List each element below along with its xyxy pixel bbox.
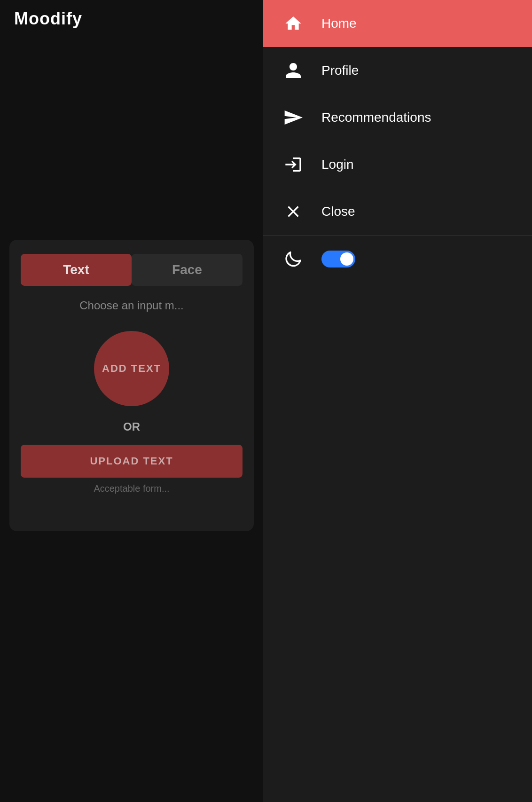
app-title: Moodify: [14, 9, 82, 29]
dark-mode-row: [263, 236, 532, 283]
nav-item-login[interactable]: Login: [263, 141, 532, 188]
input-card: Text Face Choose an input m... ADD TEXT …: [9, 240, 254, 531]
nav-item-profile[interactable]: Profile: [263, 47, 532, 94]
tab-bar: Text Face: [21, 254, 243, 286]
profile-icon: [282, 59, 305, 82]
toggle-knob: [340, 252, 353, 266]
nav-recommendations-label: Recommendations: [321, 110, 431, 125]
or-divider: OR: [21, 420, 243, 433]
close-icon: [282, 200, 305, 223]
add-text-button[interactable]: ADD TEXT: [94, 331, 169, 406]
nav-item-recommendations[interactable]: Recommendations: [263, 94, 532, 141]
choose-input-label: Choose an input m...: [21, 299, 243, 312]
nav-close-label: Close: [321, 204, 355, 219]
home-icon: [282, 12, 305, 35]
nav-profile-label: Profile: [321, 63, 359, 78]
nav-home-label: Home: [321, 16, 357, 31]
tab-text[interactable]: Text: [21, 254, 132, 286]
dark-mode-toggle[interactable]: [321, 251, 355, 267]
acceptable-formats-label: Acceptable form...: [21, 483, 243, 494]
login-icon: [282, 153, 305, 176]
nav-item-home[interactable]: Home: [263, 0, 532, 47]
tab-face[interactable]: Face: [132, 254, 243, 286]
nav-drawer: Home Profile Recommendations Login: [263, 0, 532, 802]
recommendations-icon: [282, 106, 305, 129]
nav-item-close[interactable]: Close: [263, 188, 532, 235]
main-content: Text Face Choose an input m... ADD TEXT …: [0, 38, 263, 802]
nav-login-label: Login: [321, 157, 354, 172]
upload-text-button[interactable]: UPLOAD TEXT: [21, 445, 243, 478]
dark-mode-icon: [282, 248, 305, 270]
